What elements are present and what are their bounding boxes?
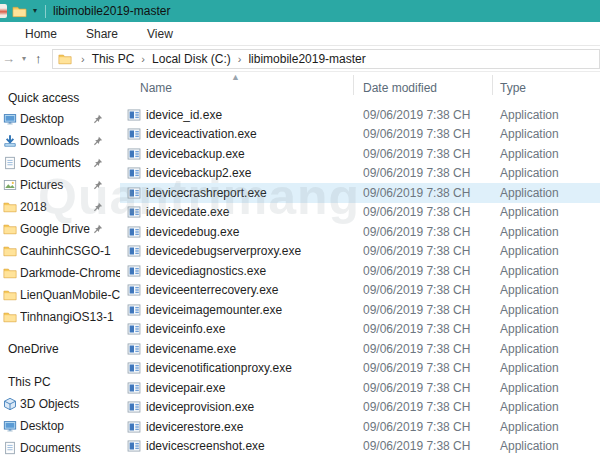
sidebar-item-tinhnangios13-1[interactable]: TinhnangiOS13-1 [0,306,120,328]
file-date-modified: 09/06/2019 7:38 CH [363,439,500,453]
tab-home[interactable]: Home [25,27,57,41]
column-header-date-modified[interactable]: Date modified [363,81,437,95]
application-exe-icon [127,361,141,375]
sidebar-item-3d-objects[interactable]: 3D Objects [0,393,120,415]
application-exe-icon [127,283,141,297]
table-row[interactable]: idevicename.exe 09/06/2019 7:38 CH Appli… [120,339,600,359]
title-bar: ▾ libimobile2019-master [0,0,600,22]
table-row[interactable]: idevice_id.exe 09/06/2019 7:38 CH Applic… [120,105,600,125]
pin-icon [93,202,103,212]
file-type: Application [500,400,600,414]
table-row[interactable]: ideviceactivation.exe 09/06/2019 7:38 CH… [120,125,600,145]
file-type: Application [500,303,600,317]
application-exe-icon [127,186,141,200]
table-row[interactable]: idevicebackup2.exe 09/06/2019 7:38 CH Ap… [120,164,600,184]
file-date-modified: 09/06/2019 7:38 CH [363,127,500,141]
sidebar-item-lienquanmobile-ca[interactable]: LienQuanMobile-Ca [0,284,120,306]
sidebar-item-quick-access[interactable]: Quick access [0,88,120,108]
sidebar-item-documents[interactable]: Documents [0,152,120,174]
breadcrumb-item[interactable]: This PC [90,52,137,66]
sidebar: Quick access Desktop Downloads Documents… [0,72,120,459]
tab-share[interactable]: Share [86,27,118,41]
file-name: idevicename.exe [146,342,236,356]
application-exe-icon [127,322,141,336]
tab-view[interactable]: View [147,27,173,41]
sidebar-item-label: 3D Objects [20,397,120,411]
sidebar-item-onedrive[interactable]: OneDrive [0,338,120,360]
sidebar-item-label: Documents [20,156,98,170]
file-name: idevicenotificationproxy.exe [146,361,292,375]
downloads-icon [3,134,17,148]
folder-icon [3,266,17,280]
sidebar-item-downloads[interactable]: Downloads [0,130,120,152]
breadcrumb-chevron-icon[interactable]: › [76,53,90,65]
table-row[interactable]: ideviceprovision.exe 09/06/2019 7:38 CH … [120,398,600,418]
file-name: idevicescreenshot.exe [146,439,265,453]
file-type: Application [500,420,600,434]
titlebar-divider [45,5,46,18]
table-row[interactable]: idevicecrashreport.exe 09/06/2019 7:38 C… [120,183,600,203]
column-divider[interactable] [353,75,354,95]
sidebar-item-desktop[interactable]: Desktop [0,415,120,437]
breadcrumb-chevron-icon[interactable]: › [136,53,150,65]
file-type: Application [500,381,600,395]
breadcrumb-item[interactable]: libimobile2019-master [246,52,367,66]
file-date-modified: 09/06/2019 7:38 CH [363,244,500,258]
table-row[interactable]: idevicepair.exe 09/06/2019 7:38 CH Appli… [120,378,600,398]
pin-icon [93,158,103,168]
ribbon-tabs: HomeShareView [0,22,600,46]
table-row[interactable]: ideviceinfo.exe 09/06/2019 7:38 CH Appli… [120,320,600,340]
recent-locations-caret-icon[interactable]: ▾ [22,54,26,63]
sidebar-item-desktop[interactable]: Desktop [0,108,120,130]
sidebar-item-this-pc[interactable]: This PC [0,371,120,393]
column-header-name[interactable]: Name [140,81,172,95]
table-row[interactable]: idevicescreenshot.exe 09/06/2019 7:38 CH… [120,437,600,457]
table-row[interactable]: idevicedebugserverproxy.exe 09/06/2019 7… [120,242,600,262]
application-exe-icon [127,342,141,356]
file-date-modified: 09/06/2019 7:38 CH [363,381,500,395]
file-date-modified: 09/06/2019 7:38 CH [363,225,500,239]
column-header-type[interactable]: Type [500,81,526,95]
sidebar-item-cauhinhcsgo-1[interactable]: CauhinhCSGO-1 [0,240,120,262]
table-row[interactable]: ideviceimagemounter.exe 09/06/2019 7:38 … [120,300,600,320]
sidebar-item-label: Pictures [20,178,98,192]
sidebar-item-label: Desktop [20,419,120,433]
table-row[interactable]: idevicenotificationproxy.exe 09/06/2019 … [120,359,600,379]
sidebar-item-documents[interactable]: Documents [0,437,120,459]
up-icon[interactable]: ↑ [35,52,42,65]
file-name: ideviceenterrecovery.exe [146,283,279,297]
table-row[interactable]: idevicebackup.exe 09/06/2019 7:38 CH App… [120,144,600,164]
breadcrumb-item[interactable]: Local Disk (C:) [150,52,233,66]
file-date-modified: 09/06/2019 7:38 CH [363,342,500,356]
table-row[interactable]: idevicediagnostics.exe 09/06/2019 7:38 C… [120,261,600,281]
folder-icon [3,244,17,258]
table-row[interactable]: idevicedebug.exe 09/06/2019 7:38 CH Appl… [120,222,600,242]
column-divider[interactable] [492,75,493,95]
file-name: idevicediagnostics.exe [146,264,266,278]
pin-icon [93,114,103,124]
folder-icon [12,4,27,19]
main-area: Quick access Desktop Downloads Documents… [0,72,600,459]
sidebar-item-google-drive[interactable]: Google Drive [0,218,120,240]
file-type: Application [500,322,600,336]
file-type: Application [500,439,600,453]
file-date-modified: 09/06/2019 7:38 CH [363,186,500,200]
table-row[interactable]: idevicedate.exe 09/06/2019 7:38 CH Appli… [120,203,600,223]
application-exe-icon [127,166,141,180]
sidebar-item-2018[interactable]: 2018 [0,196,120,218]
sidebar-item-label: TinhnangiOS13-1 [20,310,120,324]
application-exe-icon [127,420,141,434]
file-name: idevicedate.exe [146,205,229,219]
sidebar-item-darkmode-chrome[interactable]: Darkmode-Chrome [0,262,120,284]
sidebar-item-pictures[interactable]: Pictures [0,174,120,196]
table-row[interactable]: ideviceenterrecovery.exe 09/06/2019 7:38… [120,281,600,301]
application-exe-icon [127,303,141,317]
file-date-modified: 09/06/2019 7:38 CH [363,147,500,161]
breadcrumb-chevron-icon[interactable]: › [233,53,247,65]
file-date-modified: 09/06/2019 7:38 CH [363,264,500,278]
quick-access-toolbar-caret-icon[interactable]: ▾ [33,7,37,15]
table-row[interactable]: idevicerestore.exe 09/06/2019 7:38 CH Ap… [120,417,600,437]
file-type: Application [500,147,600,161]
forward-icon[interactable]: → [2,52,15,65]
address-bar[interactable]: ›This PC›Local Disk (C:)›libimobile2019-… [52,49,600,69]
